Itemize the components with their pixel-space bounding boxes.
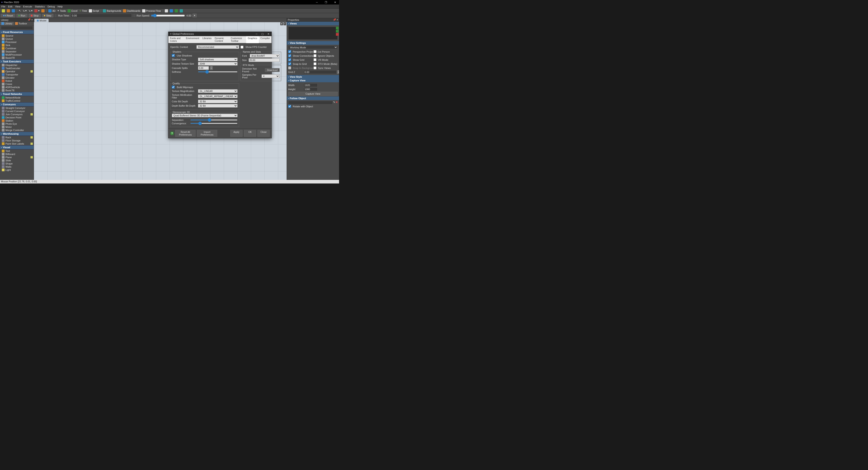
library-item-walls[interactable]: Walls — [0, 165, 34, 168]
library-item-light[interactable]: Light — [0, 168, 34, 171]
library-item-processor[interactable]: Processor — [0, 40, 34, 43]
menu-help[interactable]: Help — [57, 5, 63, 8]
refresh-view-button[interactable] — [336, 30, 339, 33]
rotate-with-object-checkbox[interactable] — [288, 105, 291, 108]
working-mode-select[interactable]: Working Mode — [288, 45, 338, 49]
show-fps-checkbox[interactable] — [241, 45, 243, 49]
reset-button[interactable]: Reset — [1, 14, 15, 18]
library-item-floor-storage[interactable]: Floor Storage — [0, 139, 34, 142]
capture-width-field[interactable] — [304, 83, 318, 87]
toolbox-tab[interactable]: Toolbox — [14, 22, 29, 25]
processflow-button[interactable]: Process Flow — [141, 9, 162, 13]
cancel-button[interactable]: Close — [257, 130, 270, 137]
library-item-operator[interactable]: Operator — [0, 70, 34, 73]
backgrounds-button[interactable]: Backgrounds — [102, 9, 122, 13]
dialog-maximize-button[interactable]: ▢ — [260, 33, 264, 35]
views-header[interactable]: Views — [287, 22, 339, 25]
dialog-tab-graphics[interactable]: Graphics — [246, 36, 259, 43]
run-button[interactable]: Run — [17, 14, 27, 18]
library-group-warehousing[interactable]: Warehousing — [0, 132, 34, 136]
menu-view[interactable]: View — [15, 5, 21, 8]
save-button[interactable] — [11, 9, 16, 13]
dialog-minimize-button[interactable]: ─ — [255, 33, 258, 35]
menu-execute[interactable]: Execute — [23, 5, 33, 8]
connect-a-button[interactable]: ↘ ▾ — [22, 9, 28, 12]
follow-pick-icon[interactable]: ✎ — [333, 101, 335, 104]
stop-button[interactable]: Stop — [29, 14, 41, 18]
library-group-visual[interactable]: Visual — [0, 145, 34, 149]
follow-clear-icon[interactable]: ✖ — [336, 101, 338, 104]
library-item-sink[interactable]: Sink — [0, 43, 34, 47]
library-group-task-executers[interactable]: Task Executers — [0, 59, 34, 63]
util4-button[interactable] — [179, 9, 184, 13]
follow-object-header[interactable]: Follow Object — [287, 96, 339, 100]
opengl-select[interactable]: Recommended — [196, 45, 239, 49]
view-settings-header[interactable]: View Settings — [287, 41, 339, 45]
props-pin-icon[interactable]: 📌 × — [333, 18, 338, 21]
vs-sync-views-checkbox[interactable] — [313, 66, 316, 69]
library-item-basicte[interactable]: BasicTE — [0, 89, 34, 92]
dialog-tab-customize-toolbar[interactable]: Customize Toolbar — [229, 36, 246, 43]
gridz-spinner[interactable]: ▲▼ — [337, 70, 339, 74]
library-item-slide[interactable]: Slide — [0, 159, 34, 162]
menu-edit[interactable]: Edit — [8, 5, 13, 8]
connect-s-button[interactable]: ↘ ▾ — [28, 9, 33, 12]
apply-button[interactable]: Apply — [230, 130, 243, 137]
softness-slider[interactable] — [198, 71, 238, 72]
library-item-text[interactable]: Text — [0, 149, 34, 153]
library-search-input[interactable] — [1, 26, 33, 30]
texmag-select[interactable]: GL_LINEAR — [198, 89, 238, 93]
download-button[interactable]: Download — [265, 68, 280, 72]
pointer-button[interactable]: ↖ — [18, 9, 22, 12]
script-button[interactable]: Script — [88, 9, 100, 13]
capture-view-button[interactable]: Capture View — [288, 92, 338, 96]
library-item-straight-conveyor[interactable]: Straight Conveyor — [0, 106, 34, 109]
import-prefs-button[interactable]: Import Preferences — [197, 130, 217, 137]
panel-pin-icon[interactable]: 📌 × — [28, 18, 33, 21]
library-item-station[interactable]: Station — [0, 119, 34, 122]
library-item-motor[interactable]: Motor — [0, 125, 34, 129]
util1-button[interactable] — [164, 9, 169, 13]
menu-file[interactable]: File — [1, 5, 6, 8]
vs-vr-mode-checkbox[interactable] — [313, 58, 316, 61]
mipmaps-checkbox[interactable] — [172, 86, 175, 89]
library-item-asrsvehicle[interactable]: ASRSvehicle — [0, 86, 34, 89]
view-pin-icon[interactable]: ▾ — [280, 22, 283, 25]
edit-connect-button[interactable]: ▾ — [33, 9, 40, 13]
gridz-field[interactable] — [304, 70, 337, 74]
close-button[interactable]: ✕ — [332, 0, 338, 4]
dialog-tab-fonts-and-colors[interactable]: Fonts and Colors — [168, 36, 184, 43]
step-button[interactable]: Step — [42, 14, 54, 18]
library-item-plane[interactable]: Plane — [0, 156, 34, 159]
vs--st-person-checkbox[interactable] — [313, 50, 316, 53]
library-item-decision-point[interactable]: Decision Point — [0, 116, 34, 119]
separation-slider[interactable] — [190, 120, 238, 120]
library-item-taskexecuter[interactable]: TaskExecuter — [0, 67, 34, 70]
texmin-select[interactable]: GL_LINEAR_MIPMAP_LINEAR — [198, 94, 238, 98]
vs-ignore-objects-checkbox[interactable] — [313, 54, 316, 57]
use-shadows-checkbox[interactable] — [172, 54, 175, 57]
dialog-tab-libraries[interactable]: Libraries — [201, 36, 213, 43]
dashboards-button[interactable]: Dashboards — [122, 9, 141, 13]
vs-perspective-projection-checkbox[interactable] — [288, 50, 291, 53]
library-item-multiprocessor[interactable]: MultiProcessor — [0, 53, 34, 56]
model-tab[interactable]: ▦ Model — [34, 19, 49, 22]
vs-rtx-mode-beta--checkbox[interactable] — [313, 62, 316, 65]
delete-view-button[interactable] — [336, 33, 339, 36]
library-item-join-conveyors[interactable]: Join Conveyors — [0, 113, 34, 116]
reset-all-button[interactable]: Reset All Preferences — [175, 130, 195, 137]
library-item-basicfr[interactable]: BasicFR — [0, 56, 34, 59]
tree-button[interactable]: ⊹Tree — [79, 9, 88, 12]
vs-snap-to-grid-checkbox[interactable] — [288, 62, 291, 65]
runspeed-slider[interactable] — [151, 14, 185, 18]
capture-height-field[interactable] — [304, 88, 318, 91]
library-item-transporter[interactable]: Transporter — [0, 73, 34, 76]
library-group-conveyors[interactable]: Conveyors — [0, 102, 34, 106]
capture-view-header[interactable]: Capture View — [287, 79, 339, 82]
help-icon[interactable]: ? — [170, 131, 174, 135]
library-item-photo-eye[interactable]: Photo Eye — [0, 122, 34, 125]
stereo-mode-select[interactable]: Quad Buffered Stereo 3D (Frame-Sequentia… — [172, 114, 238, 117]
library-group-travel-networks[interactable]: Travel Networks — [0, 92, 34, 96]
library-item-curved-conveyor[interactable]: Curved Conveyor — [0, 109, 34, 113]
runspeed-config[interactable]: ▾ — [193, 13, 197, 18]
